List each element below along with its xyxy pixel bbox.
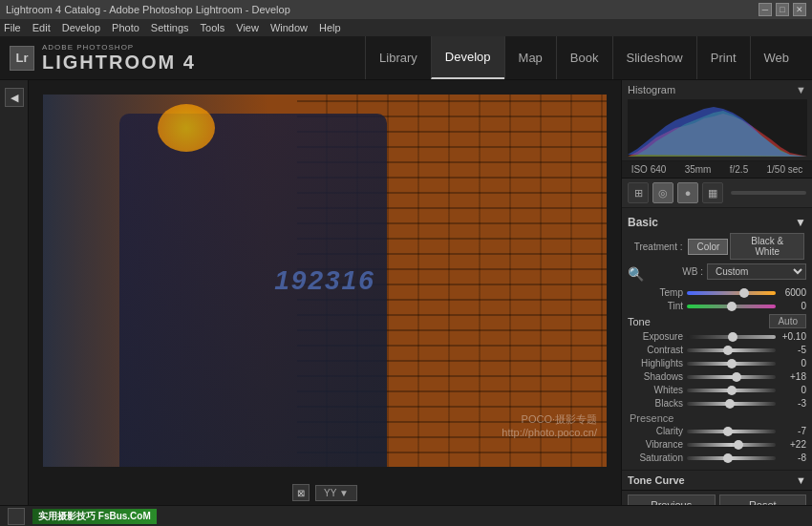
whites-row: Whites 0 bbox=[628, 385, 806, 395]
camera-info: ISO 640 35mm f/2.5 1/50 sec bbox=[622, 161, 812, 179]
bw-treatment-btn[interactable]: Black & White bbox=[730, 233, 804, 260]
tab-develop[interactable]: Develop bbox=[431, 36, 504, 79]
crop-tool[interactable]: ⊞ bbox=[628, 182, 649, 203]
minimize-button[interactable]: ─ bbox=[759, 3, 772, 16]
vibrance-label: Vibrance bbox=[628, 439, 683, 450]
photo-display: 192316 POCO·摄影专题 http://photo.poco.cn/ bbox=[43, 95, 607, 467]
menu-tools[interactable]: Tools bbox=[201, 22, 225, 33]
vibrance-slider[interactable] bbox=[687, 443, 776, 447]
highlights-label: Highlights bbox=[628, 358, 683, 368]
shadows-label: Shadows bbox=[628, 371, 683, 382]
contrast-row: Contrast -5 bbox=[628, 345, 806, 355]
temp-slider[interactable] bbox=[687, 291, 776, 295]
menu-view[interactable]: View bbox=[236, 22, 259, 33]
photo-container: 192316 POCO·摄影专题 http://photo.poco.cn/ bbox=[38, 80, 611, 480]
auto-tone-btn[interactable]: Auto bbox=[769, 314, 806, 328]
highlights-slider[interactable] bbox=[687, 362, 776, 366]
previous-button[interactable]: Previous bbox=[628, 494, 716, 505]
color-treatment-btn[interactable]: Color bbox=[688, 239, 728, 255]
wb-label: WB : bbox=[648, 266, 703, 277]
basic-label: Basic bbox=[628, 216, 658, 229]
menu-develop[interactable]: Develop bbox=[62, 22, 100, 33]
menu-help[interactable]: Help bbox=[319, 22, 341, 33]
tone-curve-label: Tone Curve bbox=[628, 474, 685, 486]
nav-tabs: Library Develop Map Book Slideshow Print… bbox=[365, 36, 802, 79]
tab-map[interactable]: Map bbox=[504, 36, 556, 79]
highlights-value: 0 bbox=[776, 358, 806, 368]
tab-print[interactable]: Print bbox=[696, 36, 750, 79]
exposure-label: Exposure bbox=[628, 331, 683, 342]
center-area: 192316 POCO·摄影专题 http://photo.poco.cn/ ⊠… bbox=[29, 80, 621, 505]
shadows-slider[interactable] bbox=[687, 375, 776, 379]
left-panel-toggle[interactable]: ◀ bbox=[5, 88, 24, 107]
spot-heal-tool[interactable]: ◎ bbox=[652, 182, 673, 203]
menu-file[interactable]: File bbox=[4, 22, 21, 33]
header: Lr ADOBE PHOTOSHOP LIGHTROOM 4 Library D… bbox=[0, 36, 812, 80]
temp-label: Temp bbox=[628, 287, 683, 298]
basic-collapse-icon[interactable]: ▼ bbox=[795, 216, 806, 229]
whites-value: 0 bbox=[776, 385, 806, 395]
saturation-slider[interactable] bbox=[687, 456, 776, 460]
vibrance-row: Vibrance +22 bbox=[628, 439, 806, 450]
tint-value: 0 bbox=[776, 301, 806, 311]
menu-edit[interactable]: Edit bbox=[32, 22, 51, 33]
filmstrip-toggle[interactable] bbox=[8, 508, 25, 525]
tone-label: Tone bbox=[628, 316, 651, 327]
shadows-row: Shadows +18 bbox=[628, 371, 806, 382]
tab-slideshow[interactable]: Slideshow bbox=[612, 36, 696, 79]
menu-bar: File Edit Develop Photo Settings Tools V… bbox=[0, 19, 812, 36]
clarity-slider[interactable] bbox=[687, 430, 776, 433]
photo-watermark: 192316 bbox=[274, 265, 374, 296]
tab-library[interactable]: Library bbox=[365, 36, 431, 79]
focal-value: 35mm bbox=[685, 164, 712, 175]
maximize-button[interactable]: □ bbox=[776, 3, 789, 16]
clarity-row: Clarity -7 bbox=[628, 426, 806, 436]
blacks-slider[interactable] bbox=[687, 402, 776, 406]
contrast-label: Contrast bbox=[628, 345, 683, 355]
presence-label: Presence bbox=[628, 412, 806, 424]
tools-row: ⊞ ◎ ● ▦ bbox=[622, 179, 812, 208]
whites-slider[interactable] bbox=[687, 389, 776, 392]
exposure-value: +0.10 bbox=[776, 331, 806, 342]
histogram-collapse[interactable]: ▼ bbox=[796, 84, 806, 95]
gradient-tool[interactable]: ▦ bbox=[702, 182, 723, 203]
menu-photo[interactable]: Photo bbox=[112, 22, 139, 33]
wb-dropdown[interactable]: Custom As Shot Auto Daylight Cloudy bbox=[707, 263, 806, 280]
title-bar: Lightroom 4 Catalog - Adobe Photoshop Li… bbox=[0, 0, 812, 19]
poco-watermark: POCO·摄影专题 http://photo.poco.cn/ bbox=[502, 412, 597, 438]
treatment-row: Treatment : Color Black & White bbox=[628, 233, 806, 260]
flowers bbox=[158, 104, 215, 152]
basic-panel: Basic ▼ Treatment : Color Black & White … bbox=[622, 208, 812, 470]
aperture-value: f/2.5 bbox=[730, 164, 748, 175]
clarity-label: Clarity bbox=[628, 426, 683, 436]
menu-window[interactable]: Window bbox=[270, 22, 308, 33]
redeye-tool[interactable]: ● bbox=[677, 182, 698, 203]
blacks-label: Blacks bbox=[628, 398, 683, 409]
title-text: Lightroom 4 Catalog - Adobe Photoshop Li… bbox=[6, 4, 290, 15]
contrast-value: -5 bbox=[776, 345, 806, 355]
left-panel: ◀ bbox=[0, 80, 29, 505]
blacks-row: Blacks -3 bbox=[628, 398, 806, 409]
right-panel[interactable]: Histogram ▼ ISO 640 35mm f/2.5 1/50 se bbox=[621, 80, 812, 505]
eyedropper-icon[interactable]: 🔍 bbox=[628, 266, 644, 282]
zoom-select[interactable]: YY ▼ bbox=[315, 485, 357, 501]
tab-web[interactable]: Web bbox=[750, 36, 803, 79]
reset-button[interactable]: Reset bbox=[719, 494, 807, 505]
histogram-svg bbox=[628, 99, 807, 157]
close-button[interactable]: ✕ bbox=[793, 3, 806, 16]
clarity-value: -7 bbox=[776, 426, 806, 436]
temp-row: Temp 6000 bbox=[628, 287, 806, 298]
logo-area: Lr ADOBE PHOTOSHOP LIGHTROOM 4 bbox=[10, 43, 196, 74]
histogram-header: Histogram ▼ bbox=[628, 84, 806, 95]
contrast-slider[interactable] bbox=[687, 348, 776, 352]
zoom-fit-button[interactable]: ⊠ bbox=[292, 484, 310, 501]
tab-book[interactable]: Book bbox=[556, 36, 612, 79]
tool-slider[interactable] bbox=[731, 191, 806, 195]
menu-settings[interactable]: Settings bbox=[151, 22, 189, 33]
tint-slider[interactable] bbox=[687, 305, 776, 308]
blacks-value: -3 bbox=[776, 398, 806, 409]
exposure-slider[interactable] bbox=[687, 335, 776, 339]
vibrance-value: +22 bbox=[776, 439, 806, 450]
photo-toolbar: ⊠ YY ▼ bbox=[29, 480, 621, 505]
tone-curve-collapse[interactable]: ▼ bbox=[796, 474, 806, 486]
